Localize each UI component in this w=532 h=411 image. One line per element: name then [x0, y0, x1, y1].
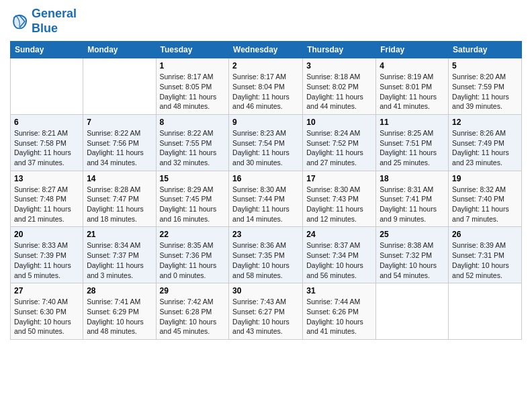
calendar-cell: 27Sunrise: 7:40 AM Sunset: 6:30 PM Dayli…: [11, 283, 83, 340]
calendar-cell: 29Sunrise: 7:42 AM Sunset: 6:28 PM Dayli…: [156, 283, 229, 340]
day-number: 2: [232, 61, 299, 71]
col-header-monday: Monday: [83, 42, 156, 58]
calendar-cell: 12Sunrise: 8:26 AM Sunset: 7:49 PM Dayli…: [449, 114, 522, 171]
day-info: Sunrise: 7:41 AM Sunset: 6:29 PM Dayligh…: [87, 297, 152, 336]
day-info: Sunrise: 8:36 AM Sunset: 7:35 PM Dayligh…: [232, 240, 299, 280]
logo-icon: [10, 12, 29, 31]
week-row-4: 20Sunrise: 8:33 AM Sunset: 7:39 PM Dayli…: [11, 227, 522, 283]
day-number: 8: [160, 118, 226, 127]
day-info: Sunrise: 8:18 AM Sunset: 8:02 PM Dayligh…: [306, 72, 372, 111]
day-number: 19: [452, 174, 518, 183]
day-info: Sunrise: 8:38 AM Sunset: 7:32 PM Dayligh…: [380, 240, 445, 280]
day-info: Sunrise: 8:30 AM Sunset: 7:44 PM Dayligh…: [232, 185, 299, 224]
day-number: 11: [380, 118, 445, 127]
col-header-friday: Friday: [376, 42, 449, 58]
calendar-cell: [11, 58, 83, 115]
day-info: Sunrise: 8:22 AM Sunset: 7:56 PM Dayligh…: [87, 128, 152, 168]
day-number: 1: [160, 61, 226, 71]
col-header-tuesday: Tuesday: [156, 42, 229, 58]
day-number: 9: [232, 118, 299, 127]
calendar-cell: 31Sunrise: 7:44 AM Sunset: 6:26 PM Dayli…: [303, 283, 376, 340]
day-info: Sunrise: 8:29 AM Sunset: 7:45 PM Dayligh…: [160, 185, 226, 224]
day-info: Sunrise: 8:37 AM Sunset: 7:34 PM Dayligh…: [306, 240, 372, 280]
day-info: Sunrise: 7:43 AM Sunset: 6:27 PM Dayligh…: [232, 297, 299, 336]
logo-line1: General: [32, 7, 77, 20]
logo: General Blue: [10, 7, 77, 36]
calendar-cell: 7Sunrise: 8:22 AM Sunset: 7:56 PM Daylig…: [83, 114, 156, 171]
day-number: 15: [160, 174, 226, 183]
calendar-cell: 1Sunrise: 8:17 AM Sunset: 8:05 PM Daylig…: [156, 58, 229, 115]
calendar-cell: 14Sunrise: 8:28 AM Sunset: 7:47 PM Dayli…: [83, 171, 156, 227]
day-number: 26: [452, 230, 518, 239]
calendar-cell: 8Sunrise: 8:22 AM Sunset: 7:55 PM Daylig…: [156, 114, 229, 171]
week-row-1: 1Sunrise: 8:17 AM Sunset: 8:05 PM Daylig…: [11, 58, 522, 115]
day-info: Sunrise: 8:27 AM Sunset: 7:48 PM Dayligh…: [14, 185, 79, 224]
day-number: 22: [160, 230, 226, 239]
day-number: 24: [306, 230, 372, 239]
calendar-cell: 13Sunrise: 8:27 AM Sunset: 7:48 PM Dayli…: [11, 171, 83, 227]
calendar-cell: 3Sunrise: 8:18 AM Sunset: 8:02 PM Daylig…: [303, 58, 376, 115]
calendar-cell: 18Sunrise: 8:31 AM Sunset: 7:41 PM Dayli…: [376, 171, 449, 227]
day-number: 23: [232, 230, 299, 239]
calendar-cell: [376, 283, 449, 340]
day-info: Sunrise: 8:24 AM Sunset: 7:52 PM Dayligh…: [306, 128, 372, 168]
logo-text: General Blue: [32, 7, 77, 36]
day-number: 7: [87, 118, 152, 127]
day-info: Sunrise: 8:20 AM Sunset: 7:59 PM Dayligh…: [452, 72, 518, 111]
day-info: Sunrise: 8:22 AM Sunset: 7:55 PM Dayligh…: [160, 128, 226, 168]
day-number: 10: [306, 118, 372, 127]
day-info: Sunrise: 8:28 AM Sunset: 7:47 PM Dayligh…: [87, 185, 152, 224]
col-header-thursday: Thursday: [303, 42, 376, 58]
calendar-cell: 2Sunrise: 8:17 AM Sunset: 8:04 PM Daylig…: [229, 58, 303, 115]
day-info: Sunrise: 8:33 AM Sunset: 7:39 PM Dayligh…: [14, 240, 79, 280]
day-number: 4: [380, 61, 445, 71]
day-number: 12: [452, 118, 518, 127]
calendar-cell: 6Sunrise: 8:21 AM Sunset: 7:58 PM Daylig…: [11, 114, 83, 171]
day-number: 28: [87, 286, 152, 295]
calendar-cell: 22Sunrise: 8:35 AM Sunset: 7:36 PM Dayli…: [156, 227, 229, 283]
page: General Blue SundayMondayTuesdayWednesda…: [0, 0, 532, 411]
calendar-cell: [449, 283, 522, 340]
day-number: 29: [160, 286, 226, 295]
day-number: 30: [232, 286, 299, 295]
calendar-cell: 23Sunrise: 8:36 AM Sunset: 7:35 PM Dayli…: [229, 227, 303, 283]
day-info: Sunrise: 8:30 AM Sunset: 7:43 PM Dayligh…: [306, 185, 372, 224]
calendar-cell: 17Sunrise: 8:30 AM Sunset: 7:43 PM Dayli…: [303, 171, 376, 227]
day-number: 13: [14, 174, 79, 183]
col-header-sunday: Sunday: [11, 42, 83, 58]
calendar-cell: 24Sunrise: 8:37 AM Sunset: 7:34 PM Dayli…: [303, 227, 376, 283]
day-number: 20: [14, 230, 79, 239]
calendar-cell: 15Sunrise: 8:29 AM Sunset: 7:45 PM Dayli…: [156, 171, 229, 227]
calendar-cell: 21Sunrise: 8:34 AM Sunset: 7:37 PM Dayli…: [83, 227, 156, 283]
calendar-cell: 16Sunrise: 8:30 AM Sunset: 7:44 PM Dayli…: [229, 171, 303, 227]
calendar-cell: 9Sunrise: 8:23 AM Sunset: 7:54 PM Daylig…: [229, 114, 303, 171]
day-info: Sunrise: 7:44 AM Sunset: 6:26 PM Dayligh…: [306, 297, 372, 336]
day-number: 31: [306, 286, 372, 295]
logo-line2: Blue: [32, 21, 58, 35]
day-number: 27: [14, 286, 79, 295]
col-header-wednesday: Wednesday: [229, 42, 303, 58]
day-number: 6: [14, 118, 79, 127]
day-info: Sunrise: 8:26 AM Sunset: 7:49 PM Dayligh…: [452, 128, 518, 168]
calendar-cell: 20Sunrise: 8:33 AM Sunset: 7:39 PM Dayli…: [11, 227, 83, 283]
calendar-cell: 10Sunrise: 8:24 AM Sunset: 7:52 PM Dayli…: [303, 114, 376, 171]
calendar-cell: 19Sunrise: 8:32 AM Sunset: 7:40 PM Dayli…: [449, 171, 522, 227]
day-number: 14: [87, 174, 152, 183]
calendar-cell: 28Sunrise: 7:41 AM Sunset: 6:29 PM Dayli…: [83, 283, 156, 340]
day-info: Sunrise: 7:40 AM Sunset: 6:30 PM Dayligh…: [14, 297, 79, 336]
day-info: Sunrise: 8:23 AM Sunset: 7:54 PM Dayligh…: [232, 128, 299, 168]
day-info: Sunrise: 8:31 AM Sunset: 7:41 PM Dayligh…: [380, 185, 445, 224]
day-info: Sunrise: 8:34 AM Sunset: 7:37 PM Dayligh…: [87, 240, 152, 280]
header: General Blue: [10, 7, 522, 36]
day-info: Sunrise: 8:19 AM Sunset: 8:01 PM Dayligh…: [380, 72, 445, 111]
day-number: 17: [306, 174, 372, 183]
day-info: Sunrise: 7:42 AM Sunset: 6:28 PM Dayligh…: [160, 297, 226, 336]
day-number: 18: [380, 174, 445, 183]
day-number: 21: [87, 230, 152, 239]
day-number: 25: [380, 230, 445, 239]
day-number: 16: [232, 174, 299, 183]
calendar-cell: 4Sunrise: 8:19 AM Sunset: 8:01 PM Daylig…: [376, 58, 449, 115]
day-info: Sunrise: 8:39 AM Sunset: 7:31 PM Dayligh…: [452, 240, 518, 280]
week-row-5: 27Sunrise: 7:40 AM Sunset: 6:30 PM Dayli…: [11, 283, 522, 340]
day-number: 3: [306, 61, 372, 71]
